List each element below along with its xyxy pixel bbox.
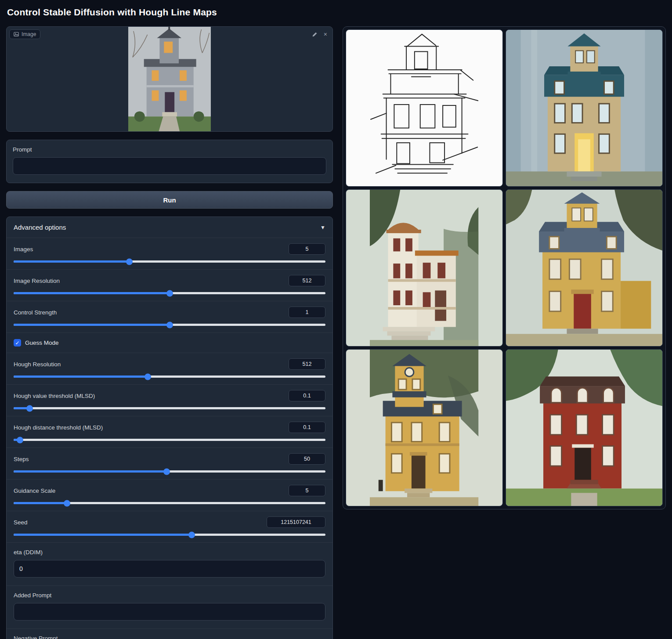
- steps-slider[interactable]: [14, 470, 325, 473]
- generated-image-1: [506, 30, 662, 186]
- controls-column: Image ×: [6, 26, 333, 639]
- run-button[interactable]: Run: [6, 191, 333, 209]
- image-resolution-slider[interactable]: [14, 292, 325, 294]
- guidance-scale-label: Guidance Scale: [14, 487, 55, 494]
- seed-label: Seed: [14, 519, 28, 526]
- added-prompt-label: Added Prompt: [14, 592, 325, 599]
- hough-resolution-label: Hough Resolution: [14, 361, 61, 368]
- gallery-item-result-3[interactable]: [506, 189, 663, 347]
- slider-row-image-resolution: Image Resolution: [7, 269, 332, 301]
- output-gallery: [343, 26, 666, 509]
- gallery-item-result-4[interactable]: [346, 349, 503, 506]
- image-resolution-value-input[interactable]: [289, 275, 325, 286]
- seed-slider-fill: [14, 534, 191, 536]
- hough-value-threshold-slider-fill: [14, 407, 29, 409]
- image-label: Image: [22, 31, 36, 37]
- guidance-scale-slider-fill: [14, 502, 67, 504]
- eta-row: eta (DDIM): [7, 542, 332, 585]
- page-title: Control Stable Diffusion with Hough Line…: [7, 7, 666, 18]
- hough-line-map-image: [370, 30, 478, 186]
- eta-label: eta (DDIM): [14, 549, 325, 556]
- guess-mode-checkbox[interactable]: ✓ Guess Mode: [7, 332, 332, 353]
- slider-row-control-strength: Control Strength: [7, 301, 332, 332]
- hough-resolution-slider-fill: [14, 375, 148, 378]
- clear-image-button[interactable]: ×: [323, 30, 328, 38]
- image-resolution-label: Image Resolution: [14, 278, 60, 284]
- hough-value-threshold-value-input[interactable]: [289, 390, 325, 401]
- control-strength-label: Control Strength: [14, 309, 57, 316]
- steps-slider-fill: [14, 470, 166, 473]
- hough-distance-threshold-slider-fill: [14, 439, 20, 441]
- guess-mode-label: Guess Mode: [25, 339, 59, 346]
- gallery-item-result-5[interactable]: [506, 349, 663, 506]
- slider-row-guidance-scale: Guidance Scale: [7, 479, 332, 511]
- negative-prompt-row: Negative Prompt: [7, 628, 332, 639]
- control-strength-slider-fill: [14, 324, 170, 326]
- steps-label: Steps: [14, 456, 29, 462]
- slider-row-seed: Seed: [7, 511, 332, 542]
- image-toolbar: ×: [311, 30, 328, 38]
- images-label: Images: [14, 246, 33, 253]
- gallery-item-result-2[interactable]: [346, 189, 503, 347]
- seed-value-input[interactable]: [267, 516, 325, 528]
- gallery-item-hough-map[interactable]: [346, 29, 503, 187]
- slider-row-hough-value-threshold: Hough value threshold (MLSD): [7, 384, 332, 416]
- images-value-input[interactable]: [289, 243, 325, 255]
- image-icon: [14, 32, 19, 37]
- guidance-scale-slider[interactable]: [14, 502, 325, 504]
- prompt-panel: Prompt: [6, 140, 333, 183]
- gallery-item-result-1[interactable]: [506, 29, 663, 187]
- generated-image-5: [506, 350, 662, 506]
- added-prompt-input[interactable]: [14, 603, 325, 621]
- app-root: Control Stable Diffusion with Hough Line…: [0, 0, 672, 639]
- advanced-options-label: Advanced options: [14, 224, 66, 231]
- images-slider[interactable]: [14, 260, 325, 263]
- edit-image-button[interactable]: [311, 31, 318, 38]
- control-strength-value-input[interactable]: [289, 307, 325, 318]
- input-image: [128, 27, 211, 131]
- control-strength-slider[interactable]: [14, 324, 325, 326]
- slider-row-hough-distance-threshold: Hough distance threshold (MLSD): [7, 416, 332, 448]
- results-column: [343, 26, 666, 509]
- main-columns: Image ×: [6, 26, 666, 639]
- hough-distance-threshold-value-input[interactable]: [289, 422, 325, 433]
- pencil-icon: [312, 32, 318, 37]
- guidance-scale-value-input[interactable]: [289, 485, 325, 496]
- slider-row-images: Images: [7, 238, 332, 269]
- steps-value-input[interactable]: [289, 453, 325, 465]
- image-resolution-slider-fill: [14, 292, 170, 294]
- image-label-tab: Image: [9, 29, 40, 39]
- advanced-options-panel: Advanced options ▼ Images Ima: [6, 217, 333, 639]
- generated-image-3: [506, 190, 662, 346]
- generated-image-4: [370, 350, 478, 506]
- negative-prompt-label: Negative Prompt: [14, 635, 325, 639]
- added-prompt-row: Added Prompt: [7, 585, 332, 628]
- hough-resolution-value-input[interactable]: [289, 358, 325, 370]
- generated-image-2: [370, 190, 478, 346]
- input-image-panel[interactable]: Image ×: [6, 26, 333, 132]
- hough-distance-threshold-slider[interactable]: [14, 439, 325, 441]
- images-slider-fill: [14, 260, 129, 263]
- prompt-label: Prompt: [13, 146, 326, 153]
- hough-value-threshold-label: Hough value threshold (MLSD): [14, 393, 95, 399]
- eta-input[interactable]: [14, 560, 325, 578]
- slider-row-hough-resolution: Hough Resolution: [7, 353, 332, 384]
- checkbox-icon: ✓: [14, 339, 21, 347]
- hough-resolution-slider[interactable]: [14, 375, 325, 378]
- hough-distance-threshold-label: Hough distance threshold (MLSD): [14, 424, 103, 431]
- seed-slider[interactable]: [14, 534, 325, 536]
- prompt-input[interactable]: [13, 157, 326, 175]
- slider-row-steps: Steps: [7, 448, 332, 479]
- accordion-collapse-icon: ▼: [320, 224, 325, 231]
- advanced-options-accordion[interactable]: Advanced options ▼: [7, 217, 332, 238]
- hough-value-threshold-slider[interactable]: [14, 407, 325, 409]
